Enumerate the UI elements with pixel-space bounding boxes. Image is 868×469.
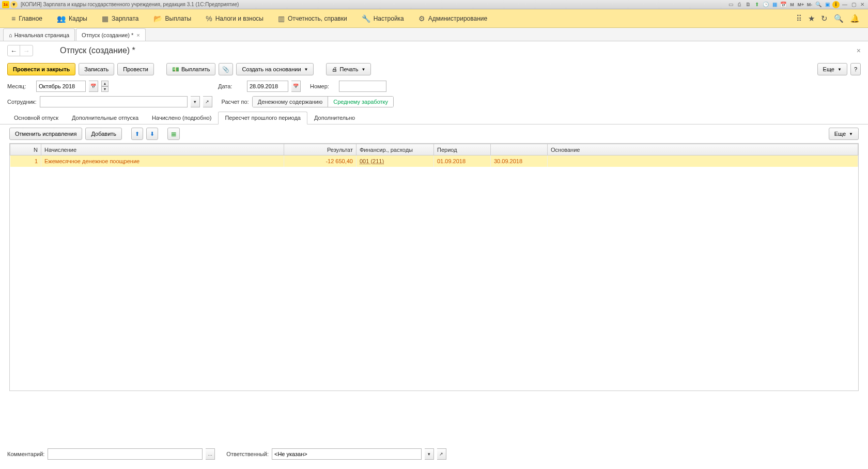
save-button[interactable]: Записать	[79, 63, 114, 75]
star-icon[interactable]: ★	[808, 14, 815, 23]
clock-icon[interactable]: 🕒	[762, 1, 769, 8]
col-header-fin[interactable]: Финансир., расходы	[357, 144, 434, 155]
employee-dropdown-button[interactable]: ▾	[191, 96, 200, 107]
chevron-down-icon: ▼	[304, 67, 308, 72]
fin-link[interactable]: 001 (211)	[360, 158, 384, 164]
column-settings-button[interactable]: ▦	[167, 128, 180, 140]
main-menu: ≡Главное 👥Кадры ▦Зарплата 📂Выплаты %Нало…	[0, 9, 868, 28]
employee-label: Сотрудник:	[7, 99, 37, 105]
close-page-icon[interactable]: ×	[857, 46, 861, 55]
apps-icon[interactable]: ⠿	[796, 14, 802, 23]
move-up-button[interactable]: ⬆	[131, 128, 143, 140]
menu-taxes[interactable]: %Налоги и взносы	[198, 9, 271, 27]
menu-reports-label: Отчетность, справки	[288, 15, 347, 22]
calc-opt-average[interactable]: Среднему заработку	[328, 97, 393, 107]
attach-button[interactable]: 📎	[219, 63, 233, 75]
cell-result: -12 650,40	[284, 155, 357, 167]
date-label: Дата:	[218, 83, 244, 89]
help-button[interactable]: ?	[850, 63, 861, 75]
grid-icon[interactable]: ▦	[771, 1, 778, 8]
tab-vacation-label: Отпуск (создание) *	[82, 32, 133, 38]
menu-personnel[interactable]: 👥Кадры	[50, 9, 95, 27]
zoom-icon[interactable]: 🔍	[815, 1, 822, 8]
cell-period-to: 30.09.2018	[491, 155, 548, 167]
toolbar: Провести и закрыть Записать Провести 💵Вы…	[0, 60, 868, 79]
inner-tab-main[interactable]: Основной отпуск	[7, 112, 65, 124]
page-title: Отпуск (создание) *	[60, 46, 135, 55]
menu-admin-label: Администрирование	[428, 15, 487, 22]
col-header-accrual[interactable]: Начисление	[41, 144, 284, 155]
cell-n: 1	[10, 155, 41, 167]
search-icon[interactable]: 🔍	[834, 14, 844, 23]
print-button[interactable]: 🖨Печать▼	[326, 63, 371, 75]
post-button[interactable]: Провести	[117, 63, 154, 75]
col-header-basis[interactable]: Основание	[548, 144, 858, 155]
month-up-button[interactable]: ▲	[101, 81, 109, 86]
tab-vacation[interactable]: Отпуск (создание) *×	[76, 28, 146, 41]
menu-main[interactable]: ≡Главное	[4, 9, 50, 27]
month-down-button[interactable]: ▼	[101, 86, 109, 92]
menu-reports[interactable]: ▥Отчетность, справки	[271, 9, 354, 27]
app-icon: 1c	[2, 1, 9, 8]
date-calendar-button[interactable]: 📅	[291, 81, 301, 92]
inner-tab-extra[interactable]: Дополнительно	[307, 112, 362, 124]
inner-tab-recalc[interactable]: Пересчет прошлого периода	[218, 112, 307, 124]
panel-icon[interactable]: ▭	[727, 1, 734, 8]
close-window-icon[interactable]: ✕	[859, 1, 866, 8]
cancel-corrections-button[interactable]: Отменить исправления	[9, 128, 82, 140]
number-label: Номер:	[310, 83, 336, 89]
nav-back-button[interactable]: ←	[8, 45, 20, 56]
month-input[interactable]	[36, 81, 86, 92]
tab-bar: ⌂Начальная страница Отпуск (создание) *×	[0, 28, 868, 41]
history-icon[interactable]: ↻	[821, 14, 828, 23]
m-minus-icon[interactable]: M-	[806, 1, 813, 8]
menu-admin[interactable]: ⚙Администрирование	[411, 9, 494, 27]
window-title: [КОПИЯ] Зарплата и кадры государственног…	[21, 2, 239, 7]
sub-more-button[interactable]: Еще▼	[829, 128, 859, 140]
menu-settings[interactable]: 🔧Настройка	[354, 9, 411, 27]
cell-period-from: 01.09.2018	[434, 155, 491, 167]
printer-icon: 🖨	[332, 66, 337, 72]
nav-forward-button[interactable]: →	[20, 45, 33, 56]
calc-opt-money[interactable]: Денежному содержанию	[253, 97, 329, 107]
tab-close-icon[interactable]: ×	[136, 32, 140, 38]
doc-icon[interactable]: 🗎	[745, 1, 752, 8]
col-header-period-to[interactable]	[491, 144, 548, 155]
calendar-icon[interactable]: 📅	[780, 1, 787, 8]
bell-icon[interactable]: 🔔	[850, 14, 860, 23]
link-icon[interactable]: ⬆	[753, 1, 761, 8]
pay-button[interactable]: 💵Выплатить	[166, 63, 215, 75]
add-button[interactable]: Добавить	[85, 128, 122, 140]
minimize-icon[interactable]: —	[841, 1, 848, 8]
print-icon[interactable]: ⎙	[736, 1, 743, 8]
inner-tab-accrued[interactable]: Начислено (подробно)	[145, 112, 218, 124]
window-icon[interactable]: ▣	[824, 1, 831, 8]
menu-payments[interactable]: 📂Выплаты	[146, 9, 199, 27]
info-icon[interactable]: i	[832, 1, 840, 8]
more-button[interactable]: Еще▼	[817, 63, 847, 75]
inner-tab-additional[interactable]: Дополнительные отпуска	[65, 112, 145, 124]
m-plus-icon[interactable]: M+	[797, 1, 804, 8]
employee-open-button[interactable]: ↗	[203, 96, 212, 107]
cell-basis	[548, 155, 858, 167]
menu-main-label: Главное	[19, 15, 42, 22]
tab-home[interactable]: ⌂Начальная страница	[3, 28, 75, 41]
col-header-n[interactable]: N	[10, 144, 41, 155]
app-dropdown-icon[interactable]: ▾	[10, 1, 18, 8]
month-calendar-button[interactable]: 📅	[89, 81, 98, 92]
col-header-period[interactable]: Период	[434, 144, 491, 155]
home-icon: ⌂	[9, 32, 12, 38]
maximize-icon[interactable]: ▢	[850, 1, 857, 8]
more-label: Еще	[823, 66, 834, 72]
number-input[interactable]	[339, 81, 386, 92]
post-and-close-button[interactable]: Провести и закрыть	[7, 63, 75, 75]
m-icon[interactable]: M	[788, 1, 796, 8]
menu-salary[interactable]: ▦Зарплата	[95, 9, 146, 27]
table-row[interactable]: 1 Ежемесячное денежное поощрение -12 650…	[10, 155, 858, 167]
create-based-button[interactable]: Создать на основании▼	[236, 63, 314, 75]
date-input[interactable]	[247, 81, 288, 92]
employee-input[interactable]	[40, 96, 188, 107]
col-header-result[interactable]: Результат	[284, 144, 357, 155]
move-down-button[interactable]: ⬇	[146, 128, 158, 140]
percent-icon: %	[206, 14, 212, 23]
